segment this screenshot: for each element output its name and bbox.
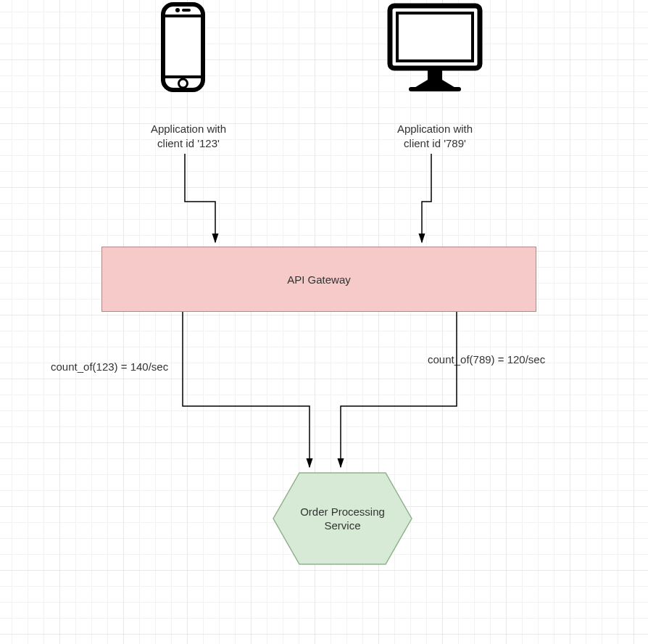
desktop-client-label-line1: Application with	[397, 123, 473, 135]
arrow-gateway-to-service-right	[341, 312, 457, 467]
mobile-phone-icon	[156, 0, 210, 94]
api-gateway-label: API Gateway	[287, 273, 351, 286]
service-label-line1: Order Processing	[300, 505, 385, 518]
svg-rect-7	[409, 87, 461, 91]
service-label-line2: Service	[324, 519, 360, 532]
order-processing-hexagon: Order Processing Service	[272, 471, 413, 566]
svg-point-2	[175, 8, 180, 12]
api-gateway-box: API Gateway	[101, 247, 536, 312]
mobile-client-label-line2: client id '123'	[157, 137, 220, 149]
desktop-client-label: Application with client id '789'	[377, 122, 493, 150]
desktop-client-label-line2: client id '789'	[404, 137, 466, 149]
mobile-client-label: Application with client id '123'	[130, 122, 246, 150]
diagram-canvas: Application with client id '123' Applica…	[0, 0, 648, 644]
desktop-monitor-icon	[384, 0, 486, 94]
arrow-mobile-to-gateway	[185, 154, 215, 242]
svg-rect-3	[182, 9, 191, 12]
svg-rect-5	[390, 6, 480, 68]
arrow-desktop-to-gateway	[422, 154, 431, 242]
count-left-label: count_of(123) = 140/sec	[51, 360, 210, 374]
mobile-client-label-line1: Application with	[151, 123, 226, 135]
count-right-label: count_of(789) = 120/sec	[428, 352, 594, 367]
arrow-gateway-to-service-left	[183, 312, 310, 467]
